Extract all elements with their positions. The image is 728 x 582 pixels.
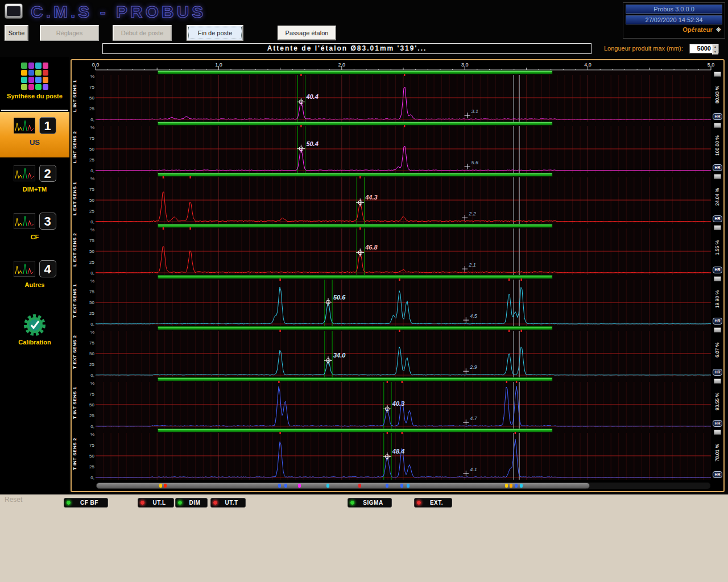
- defect-marker: [358, 484, 361, 488]
- hr-badge[interactable]: HR: [713, 267, 722, 273]
- svg-text:40.4: 40.4: [305, 93, 318, 100]
- channel-strip-7: T INT SENS 1%7550250,40.34.793.55 %HR: [72, 377, 723, 429]
- channel-right-column: 78.01 %HR: [712, 429, 723, 480]
- longueur-spinner[interactable]: 5000 ▲▼: [689, 44, 719, 53]
- green-led-icon: [66, 500, 71, 505]
- version-label: Probus 3.0.0.0: [626, 5, 722, 14]
- channel-options-button[interactable]: [714, 430, 721, 435]
- indicator-label: UT.T: [225, 500, 238, 506]
- grid-icon-square: [21, 70, 27, 76]
- svg-text:50.6: 50.6: [333, 294, 346, 301]
- y-axis-tick: 50: [81, 147, 94, 152]
- grid-icon-square: [35, 84, 42, 90]
- longueur-value: 5000: [690, 44, 712, 53]
- y-axis-tick: %: [81, 227, 94, 232]
- sortie-button[interactable]: Sortie: [5, 25, 28, 41]
- debut-de-poste-button[interactable]: Début de poste: [113, 25, 172, 41]
- channel-name: L INT SENS 2: [72, 122, 80, 173]
- indicator-dim: DIM: [175, 498, 208, 508]
- channel-percent-label: 19.98 %: [714, 282, 721, 315]
- hr-badge[interactable]: HR: [713, 369, 722, 376]
- channel-right-column: 93.55 %HR: [712, 377, 723, 429]
- gear-icon[interactable]: ❋: [716, 26, 721, 33]
- indicator-label: DIM: [189, 500, 201, 506]
- spin-down-button[interactable]: ▼: [712, 49, 718, 55]
- y-axis-tick: 75: [81, 340, 94, 346]
- channel-name: T INT SENS 1: [72, 377, 80, 429]
- hr-badge[interactable]: HR: [713, 471, 722, 478]
- channel-plot-6: 34.02.9: [96, 326, 711, 377]
- sidebar-item-calibration[interactable]: Calibration: [0, 310, 69, 360]
- hr-badge[interactable]: HR: [713, 215, 722, 222]
- waveform-icon: [14, 165, 35, 181]
- channel-options-button[interactable]: [714, 276, 721, 281]
- svg-text:44.3: 44.3: [365, 194, 377, 201]
- sidebar-item-cf[interactable]: 3 CF: [0, 207, 69, 254]
- y-axis-tick: 25: [81, 106, 94, 111]
- overview-scrollbar[interactable]: [96, 482, 711, 489]
- hr-badge[interactable]: HR: [713, 113, 722, 120]
- y-axis-tick: 25: [81, 413, 94, 418]
- status-message: Attente de l'étalon Ø83.01mm '319'...: [102, 43, 592, 54]
- y-axis-tick: %: [81, 330, 94, 335]
- hr-badge[interactable]: HR: [713, 164, 722, 171]
- red-led-icon: [213, 500, 218, 505]
- y-axis-tick: 75: [81, 443, 94, 448]
- channel-options-button[interactable]: [714, 72, 721, 77]
- y-axis-tick: 25: [81, 464, 94, 469]
- item-number: 3: [39, 213, 56, 230]
- channel-name: T INT SENS 2: [72, 429, 80, 480]
- waveform-icon: [14, 261, 35, 277]
- channel-right-column: 80.93 %HR: [712, 70, 723, 122]
- grid-icon-square: [35, 63, 42, 69]
- y-axis-tick: %: [81, 176, 94, 181]
- svg-text:34.0: 34.0: [333, 352, 346, 359]
- sidebar-item-label: DIM+TM: [0, 186, 69, 193]
- sidebar-item-autres[interactable]: 4 Autres: [0, 255, 69, 302]
- grid-icon-square: [43, 84, 49, 90]
- defect-marker: [164, 484, 167, 488]
- y-axis-tick: 75: [81, 187, 94, 192]
- y-axis-tick: %: [81, 125, 94, 130]
- channel-options-button[interactable]: [714, 123, 721, 128]
- sidebar-item-label: Autres: [0, 281, 69, 288]
- y-axis-tick: 50: [81, 351, 94, 356]
- defect-marker: [326, 484, 329, 488]
- grid-icon-square: [43, 70, 49, 76]
- y-axis-tick: 75: [81, 289, 94, 294]
- channel-options-button[interactable]: [714, 327, 721, 332]
- svg-text:2.1: 2.1: [468, 262, 476, 268]
- grid-icon-square: [21, 63, 27, 69]
- grid-icon-square: [35, 70, 42, 76]
- channel-options-button[interactable]: [714, 174, 721, 179]
- svg-text:48.4: 48.4: [392, 448, 404, 455]
- svg-text:1,0: 1,0: [215, 62, 222, 68]
- channel-name: L INT SENS 1: [72, 70, 80, 122]
- hr-badge[interactable]: HR: [713, 420, 722, 427]
- sidebar-item-dim-tm[interactable]: 2 DIM+TM: [0, 160, 69, 206]
- grid-icon-square: [28, 84, 35, 90]
- spin-up-button[interactable]: ▲: [712, 44, 718, 49]
- channel-options-button[interactable]: [714, 225, 721, 230]
- chart-panel: 0,01,02,03,04,05,0 L INT SENS 1%7550250,…: [71, 59, 725, 492]
- red-led-icon: [416, 500, 421, 505]
- grid-icon-square: [35, 77, 42, 83]
- y-axis-tick: %: [81, 432, 94, 437]
- svg-text:3.1: 3.1: [471, 109, 479, 114]
- passage-etalon-button[interactable]: Passage étalon: [278, 26, 336, 40]
- reglages-button[interactable]: Réglages: [40, 25, 99, 41]
- y-axis-tick: %: [81, 278, 94, 284]
- svg-text:4.5: 4.5: [470, 313, 478, 319]
- reset-label[interactable]: Reset: [5, 496, 22, 504]
- hr-badge[interactable]: HR: [713, 318, 722, 325]
- channel-plot-5: 50.64.5: [96, 275, 711, 326]
- sidebar-item-synthese[interactable]: Synthèse du poste: [0, 58, 69, 108]
- channel-strip-6: T EXT SENS 2%7550250,34.02.96.07 %HR: [72, 326, 723, 377]
- green-led-icon: [350, 500, 355, 505]
- channel-options-button[interactable]: [714, 379, 721, 384]
- indicator-ut-l: UT.L: [138, 498, 174, 508]
- fin-de-poste-button[interactable]: Fin de poste: [187, 25, 243, 41]
- sidebar-item-us[interactable]: 1 US: [0, 112, 69, 157]
- red-led-icon: [140, 500, 145, 505]
- defect-marker: [278, 484, 281, 488]
